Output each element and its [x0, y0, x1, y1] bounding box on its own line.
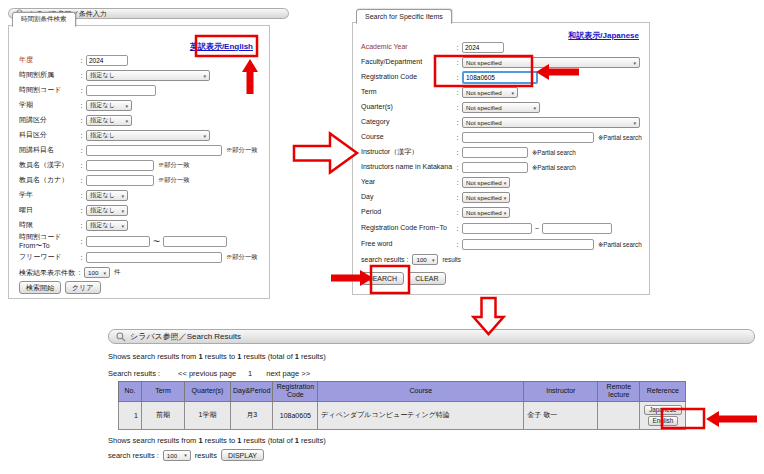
clear-button[interactable]: クリア	[65, 281, 101, 294]
subject-category-select[interactable]: 指定なし ▾	[86, 130, 210, 141]
summary-count: 1	[198, 436, 202, 445]
instructor-kanji-input-en[interactable]	[462, 147, 528, 158]
colon: :	[77, 57, 86, 64]
japanese-search-panel: 時間割条件検索 英訳表示/English 年度 : 時間割所属 : 指定なし ▾…	[8, 25, 270, 299]
form-row-timetable-code: 時間割コード :	[19, 83, 265, 98]
code-to-input[interactable]	[163, 236, 227, 247]
selected-value: 指定なし	[90, 101, 115, 110]
search-results-count-select[interactable]: 100 ▾	[412, 254, 438, 265]
col-registration-code: Registration Code	[273, 382, 318, 402]
summary-count: 1	[198, 352, 202, 361]
colon: :	[77, 87, 86, 94]
semester-select[interactable]: 指定なし ▾	[86, 100, 132, 111]
results-summary-top: Shows search results from 1 results to 1…	[108, 352, 326, 361]
course-name-input[interactable]	[86, 145, 222, 156]
chevron-down-icon: ▾	[125, 103, 128, 109]
search-start-button[interactable]: 検索開始	[19, 281, 61, 294]
form-row-search-results-count: search results : 100 ▾ results	[361, 252, 645, 267]
cell-term: 前期	[142, 401, 185, 429]
form-row-term: Term : Not specified ▾	[361, 85, 645, 100]
year-input[interactable]	[86, 55, 128, 66]
quarter-select[interactable]: Not specified ▾	[462, 102, 540, 113]
reg-code-from-input[interactable]	[462, 223, 532, 234]
summary-text: results)	[301, 352, 326, 361]
search-button[interactable]: SEARCH	[361, 272, 404, 285]
selected-value: Not specified	[466, 119, 502, 126]
colon: :	[453, 89, 462, 96]
selected-value: 指定なし	[90, 221, 115, 230]
form-row-offering-category: 開講区分 : 指定なし ▾	[19, 113, 265, 128]
field-label: 時間割コード	[19, 86, 77, 94]
free-word-input[interactable]	[462, 239, 594, 250]
instructor-kana-input[interactable]	[86, 175, 154, 186]
freeword-input[interactable]	[86, 252, 222, 263]
next-page-link[interactable]: next page >>	[266, 369, 310, 378]
cell-course: ディペンダブルコンピューティング特論	[318, 401, 524, 429]
tab-timetable-condition-search[interactable]: 時間割条件検索	[12, 12, 76, 27]
summary-text: results)	[301, 436, 326, 445]
faculty-select[interactable]: Not specified ▾	[462, 57, 640, 68]
colon: :	[77, 207, 86, 214]
form-row-subject-category: 科目区分 : 指定なし ▾	[19, 128, 265, 143]
timetable-code-input[interactable]	[86, 85, 156, 96]
japanese-reference-button[interactable]: Japanese	[644, 405, 681, 415]
summary-count: 1	[295, 352, 299, 361]
affiliation-select[interactable]: 指定なし ▾	[86, 70, 210, 81]
course-input[interactable]	[462, 132, 594, 143]
display-button[interactable]: DISPLAY	[221, 449, 264, 461]
results-bottom-controls: search results : 100 ▾ results DISPLAY	[108, 449, 264, 461]
period-select-en[interactable]: Not specified ▾	[462, 207, 510, 218]
field-label: Category	[361, 118, 453, 126]
form-row-instructor-kana: 教員名（カナ） : ※部分一致	[19, 173, 265, 188]
colon: :	[453, 74, 462, 81]
form-row-category: Category : Not specified ▾	[361, 115, 645, 130]
cell-instructor: 金子 敬一	[524, 401, 598, 429]
results-title: シラバス参照／Search Results	[130, 331, 241, 342]
form-row-affiliation: 時間割所属 : 指定なし ▾	[19, 68, 265, 83]
registration-code-input[interactable]	[462, 71, 538, 84]
period-select[interactable]: 指定なし ▾	[86, 220, 128, 231]
form-row-result-count: 検索結果表示件数 : 100 ▾ 件	[19, 265, 265, 280]
result-count-label: 検索結果表示件数	[19, 268, 75, 278]
form-row-code-range-en: Registration Code From~To : ~	[361, 220, 645, 237]
flow-arrow-right	[294, 134, 357, 173]
reg-code-to-input[interactable]	[542, 223, 612, 234]
col-course: Course	[318, 382, 524, 402]
offering-category-select[interactable]: 指定なし ▾	[86, 115, 132, 126]
summary-text: results to	[205, 436, 235, 445]
day-select[interactable]: Not specified ▾	[462, 192, 510, 203]
colon: :	[453, 134, 462, 141]
term-select[interactable]: Not specified ▾	[462, 87, 518, 98]
results-count-select-bottom[interactable]: 100 ▾	[163, 450, 191, 461]
year-select[interactable]: Not specified ▾	[462, 177, 510, 188]
instructor-kanji-input[interactable]	[86, 160, 154, 171]
result-count-select[interactable]: 100 ▾	[84, 267, 110, 278]
colon: :	[453, 59, 462, 66]
chevron-down-icon: ▾	[633, 60, 636, 66]
academic-year-input[interactable]	[462, 42, 504, 53]
form-row-registration-code: Registration Code :	[361, 70, 645, 85]
summary-count: 1	[237, 436, 241, 445]
grade-select[interactable]: 指定なし ▾	[86, 190, 128, 201]
code-from-input[interactable]	[86, 236, 150, 247]
colon: :	[77, 147, 86, 154]
english-reference-button[interactable]: English	[648, 416, 679, 426]
field-label: 教員名（漢字）	[19, 161, 77, 169]
clear-button-en[interactable]: CLEAR	[408, 272, 445, 285]
cell-registration-code: 108a0605	[273, 401, 318, 429]
selected-value: 指定なし	[90, 131, 115, 140]
category-select[interactable]: Not specified ▾	[462, 117, 640, 128]
form-row-grade: 学年 : 指定なし ▾	[19, 188, 265, 203]
tab-search-specific-items[interactable]: Search for Specific Items	[356, 9, 452, 24]
english-translation-link[interactable]: 英訳表示/English	[190, 41, 253, 52]
selected-value: 指定なし	[90, 191, 115, 200]
field-label: Registration Code From~To	[361, 224, 453, 232]
field-label: 時限	[19, 221, 77, 229]
form-row-freeword: フリーワード : ※部分一致	[19, 250, 265, 265]
partial-search-note: ※Partial search	[598, 241, 642, 248]
previous-page-link[interactable]: << previous page	[178, 369, 236, 378]
form-row-period-en: Period : Not specified ▾	[361, 205, 645, 220]
colon: :	[453, 164, 462, 171]
instructor-katakana-input[interactable]	[462, 162, 528, 173]
weekday-select[interactable]: 指定なし ▾	[86, 205, 128, 216]
